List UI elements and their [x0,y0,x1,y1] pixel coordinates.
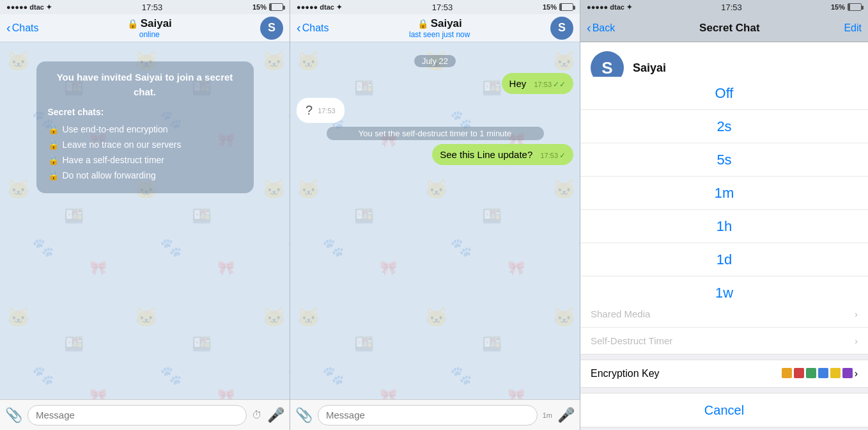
attach-icon-2[interactable]: 📎 [295,407,313,424]
picker-item-1m[interactable]: 1m [580,177,868,210]
check-icon-hey: ✓✓ [553,80,566,89]
enc-block-6 [842,368,853,378]
encryption-key-row[interactable]: Encryption Key › [580,360,868,388]
bubble-question: ? 17:53 [297,98,345,123]
cancel-button[interactable]: Cancel [580,394,868,427]
check-icon-line: ✓ [559,151,566,160]
shared-media-label: Shared Media [591,308,650,319]
invite-subtitle: Secret chats: [48,106,242,119]
bubble-meta-hey: 17:53 ✓✓ [534,80,566,89]
timer-label-2: 1m [543,411,552,419]
system-message: You set the self-destruct timer to 1 min… [327,127,544,140]
bubble-hey: Hey 17:53 ✓✓ [502,73,573,94]
time-3: 17:53 [721,3,742,12]
bubble-text-line: See this Line update? [440,149,532,160]
battery-1: 15% [252,3,283,11]
invite-item-4: 🔒 Do not allow forwarding [48,169,242,182]
enc-block-2 [794,368,804,378]
attach-icon-1[interactable]: 📎 [5,407,22,424]
profile-name: Saiyai [633,61,666,75]
nav-title-1: 🔒 Saiyai [127,17,172,30]
bubble-meta-line: 17:53 ✓ [540,151,566,160]
bubble-text-hey: Hey [509,78,527,89]
picker-item-5s[interactable]: 5s [580,143,868,177]
status-bar-3: ●●●●● dtac ✦ 17:53 15% [580,0,868,14]
nav-title-group-1: 🔒 Saiyai online [127,17,172,39]
time-1: 17:53 [142,3,163,12]
bubble-meta-q: 17:53 [318,107,336,115]
edit-button[interactable]: Edit [844,22,862,34]
enc-block-5 [830,368,841,378]
chevron-left-icon-2: ‹ [297,20,301,35]
avatar-2[interactable]: S [550,17,573,40]
battery-2: 15% [543,3,573,11]
message-row-line: See this Line update? 17:53 ✓ [297,144,573,165]
nav-bar-3: ‹ Back Secret Chat Edit [580,14,868,42]
invite-text-4: Do not allow forwarding [63,169,156,182]
invite-text-3: Have a self-destruct timer [63,154,165,167]
battery-3: 15% [831,3,862,11]
invite-item-2: 🔒 Leave no trace on our servers [48,138,242,152]
enc-block-3 [806,368,816,378]
invite-text-1: Use end-to-end encryption [63,123,168,136]
picker-item-1d[interactable]: 1d [580,243,868,276]
nav-title-3: Secret Chat [699,22,759,35]
bottom-bar-2: 📎 1m 🎤 [290,399,580,430]
nav-title-group-2: 🔒 Saiyai last seen just now [409,17,470,39]
bubble-line: See this Line update? 17:53 ✓ [432,144,573,165]
invite-bubble: You have invited Saiyai to join a secret… [36,61,254,193]
nav-subtitle-2: last seen just now [409,30,470,39]
lock-icon-4: 🔒 [48,154,59,167]
invite-item-1: 🔒 Use end-to-end encryption [48,123,242,136]
arrow-icon-1: › [855,308,858,319]
back-button-2[interactable]: ‹ Chats [297,20,329,35]
lock-icon-6: 🔒 [417,19,428,29]
panel-3-body: S Saiyai +1 (00) 1354-4001 Off 2s 5s 1m [580,42,868,430]
message-input-1[interactable] [27,405,247,426]
mic-icon-2[interactable]: 🎤 [557,407,575,424]
status-bar-2: ●●●●● dtac ✦ 17:53 15% [290,0,580,14]
date-separator: July 22 [297,55,573,67]
profile-info: Saiyai [633,61,666,75]
time-2: 17:53 [432,3,453,12]
mic-icon-1[interactable]: 🎤 [267,407,284,424]
enc-block-4 [818,368,828,378]
picker-item-1w[interactable]: 1w [580,276,868,310]
nav-bar-2: ‹ Chats 🔒 Saiyai last seen just now S [290,14,580,42]
lock-icon-1: 🔒 [127,19,138,29]
self-destruct-row[interactable]: Self-Destruct Timer › [580,328,868,354]
back-button-3[interactable]: ‹ Back [587,20,615,35]
signal-3: ●●●●● dtac ✦ [587,3,632,12]
chevron-left-icon-1: ‹ [6,20,11,35]
lock-icon-2: 🔒 [48,123,59,136]
panel-right: ●●●●● dtac ✦ 17:53 15% ‹ Back Secret Cha… [580,0,868,430]
message-input-2[interactable] [318,405,538,426]
chat-area-2: July 22 Hey 17:53 ✓✓ ? 17:53 You set the… [290,42,580,399]
status-bar-1: ●●●●● dtac ✦ 17:53 15% [0,0,290,14]
enc-block-1 [782,368,792,378]
picker-item-off[interactable]: Off [580,77,868,110]
question-mark: ? [306,103,313,118]
back-label-3: Back [593,22,616,34]
cancel-button-row: Cancel [580,393,868,427]
panel-left: ●●●●● dtac ✦ 17:53 15% ‹ Chats 🔒 Saiyai … [0,0,290,430]
picker-item-1h[interactable]: 1h [580,210,868,243]
back-button-1[interactable]: ‹ Chats [6,20,38,35]
chevron-left-icon-3: ‹ [587,20,591,35]
arrow-icon-3: › [855,368,858,379]
signal-2: ●●●●● dtac ✦ [297,3,342,12]
self-destruct-label: Self-Destruct Timer [591,335,672,346]
back-label-2: Chats [302,22,329,34]
bottom-sections: Shared Media › Self-Destruct Timer › Enc… [580,295,868,430]
chat-area-1: You have invited Saiyai to join a secret… [0,42,290,399]
lock-icon-5: 🔒 [48,169,59,182]
nav-title-2: 🔒 Saiyai [417,17,462,30]
timer-icon-1[interactable]: ⏱ [252,410,262,421]
invite-text-2: Leave no trace on our servers [63,138,182,152]
lock-icon-3: 🔒 [48,138,59,152]
picker-item-2s[interactable]: 2s [580,110,868,143]
message-row-q: ? 17:53 [297,98,573,123]
nav-subtitle-1: online [139,30,160,39]
panel-middle: ●●●●● dtac ✦ 17:53 15% ‹ Chats 🔒 Saiyai … [290,0,580,430]
avatar-1[interactable]: S [260,17,283,40]
